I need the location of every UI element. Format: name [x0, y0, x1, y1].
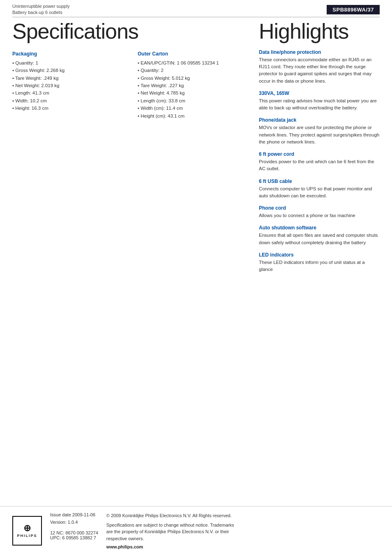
notice-text: Specifications are subject to change wit…	[106, 522, 238, 542]
list-item: Net Weight: 4.785 kg	[138, 89, 251, 97]
top-bar: Uninterruptible power supply Battery bac…	[0, 0, 392, 17]
highlight-desc: These connectors accommodate either an R…	[259, 56, 380, 85]
packaging-list: Quantity: 1Gross Weight: 2.268 kgTare We…	[12, 59, 125, 112]
philips-logo-wordmark: PHILIPS	[17, 534, 37, 538]
subtitle-line2: Battery back-up 6 outlets	[12, 9, 69, 16]
list-item: Tare Weight: .249 kg	[12, 74, 125, 82]
list-item: Width: 10.2 cm	[12, 97, 125, 104]
footer: ⊕ PHILIPS Issue date 2009-11-06 Version:…	[0, 506, 392, 555]
issue-date-label: Issue date 2009-11-06	[50, 512, 98, 517]
list-item: Quantity: 2	[138, 67, 251, 74]
highlight-item: 6 ft USB cableConnects computer to UPS s…	[259, 178, 380, 200]
highlight-title: 6 ft power cord	[259, 151, 380, 157]
footer-info: Issue date 2009-11-06 Version: 1.0.4 12 …	[50, 512, 380, 549]
outer-carton-section: Outer Carton EAN/UPC/GTIN: 1 06 09585 13…	[138, 51, 251, 120]
highlights-title: Highlights	[259, 19, 380, 44]
highlight-item: Auto shutdown softwareEnsures that all o…	[259, 225, 380, 246]
notice-line: Specifications are subject to change wit…	[106, 523, 234, 541]
nc-label: 12 NC: 8670 000 32274	[50, 530, 98, 535]
copyright-line: © 2009 Koninklijke Philips Electronics N…	[106, 513, 232, 518]
copyright-text: © 2009 Koninklijke Philips Electronics N…	[106, 512, 238, 519]
list-item: Height: 16.3 cm	[12, 104, 125, 112]
highlights-list: Data line/phone protectionThese connecto…	[259, 49, 380, 273]
packaging-title: Packaging	[12, 51, 125, 57]
highlight-item: Data line/phone protectionThese connecto…	[259, 49, 380, 85]
list-item: EAN/UPC/GTIN: 1 06 09585 13234 1	[138, 59, 251, 67]
page: Uninterruptible power supply Battery bac…	[0, 0, 392, 555]
list-item: Net Weight: 2.019 kg	[12, 82, 125, 89]
list-item: Quantity: 1	[12, 59, 125, 67]
highlight-title: Data line/phone protection	[259, 49, 380, 55]
main-content: Specifications Packaging Quantity: 1Gros…	[0, 17, 392, 279]
page-title: Specifications	[12, 19, 251, 44]
highlight-item: 330VA, 165WThis power rating advises how…	[259, 90, 380, 112]
highlight-title: Auto shutdown software	[259, 225, 380, 231]
highlight-item: LED indicatorsThese LED indicators infor…	[259, 252, 380, 273]
specs-grid: Packaging Quantity: 1Gross Weight: 2.268…	[12, 51, 251, 120]
philips-logo-icon: ⊕	[23, 524, 31, 533]
product-subtitle: Uninterruptible power supply Battery bac…	[12, 3, 69, 16]
highlight-title: Phone cord	[259, 205, 380, 211]
highlight-title: 330VA, 165W	[259, 90, 380, 96]
version-label: Version: 1.0.4	[50, 520, 98, 525]
philips-logo: ⊕ PHILIPS	[12, 516, 42, 546]
list-item: Gross Weight: 2.268 kg	[12, 67, 125, 74]
highlight-desc: Ensures that all open files are saved an…	[259, 232, 380, 246]
highlight-item: 6 ft power cordProvides power to the uni…	[259, 151, 380, 173]
highlight-desc: These LED indicators inform you of unit …	[259, 259, 380, 273]
list-item: Length (cm): 33.8 cm	[138, 97, 251, 104]
right-column: Highlights Data line/phone protectionThe…	[259, 17, 380, 279]
list-item: Gross Weight: 5.012 kg	[138, 74, 251, 82]
highlight-title: LED indicators	[259, 252, 380, 258]
footer-col-copyright: © 2009 Koninklijke Philips Electronics N…	[106, 512, 238, 549]
upc-label: UPC: 6 09585 13882 7	[50, 535, 98, 540]
outer-carton-title: Outer Carton	[138, 51, 251, 57]
outer-carton-list: EAN/UPC/GTIN: 1 06 09585 13234 1Quantity…	[138, 59, 251, 120]
highlight-title: 6 ft USB cable	[259, 178, 380, 184]
website-link[interactable]: www.philips.com	[106, 544, 238, 549]
subtitle-line1: Uninterruptible power supply	[12, 3, 69, 9]
highlight-desc: Provides power to the unit which can be …	[259, 158, 380, 173]
highlight-desc: MOVs or sidactor are used for protecting…	[259, 124, 380, 146]
list-item: Length: 41.3 cm	[12, 89, 125, 97]
highlight-desc: Connects computer to UPS so that power m…	[259, 185, 380, 200]
highlight-title: Phone/data jack	[259, 117, 380, 123]
list-item: Width (cm): 11.4 cm	[138, 104, 251, 112]
list-item: Tare Weight: .227 kg	[138, 82, 251, 89]
highlight-item: Phone cordAllows you to connect a phone …	[259, 205, 380, 219]
list-item: Height (cm): 43.1 cm	[138, 112, 251, 120]
highlight-item: Phone/data jackMOVs or sidactor are used…	[259, 117, 380, 146]
left-column: Specifications Packaging Quantity: 1Gros…	[12, 17, 251, 279]
highlight-desc: This power rating advises how much total…	[259, 97, 380, 112]
packaging-section: Packaging Quantity: 1Gross Weight: 2.268…	[12, 51, 125, 120]
product-code-box: SPB8896WA/37	[327, 5, 380, 14]
footer-col-dates: Issue date 2009-11-06 Version: 1.0.4 12 …	[50, 512, 98, 549]
highlight-desc: Allows you to connect a phone or fax mac…	[259, 212, 380, 219]
